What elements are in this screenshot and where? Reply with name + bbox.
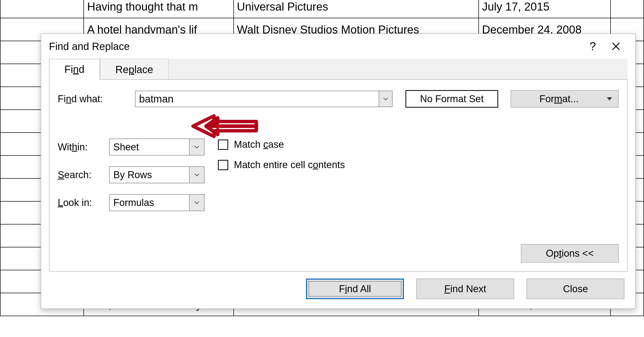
cell[interactable] (611, 0, 644, 18)
format-preview: No Format Set (405, 90, 498, 108)
close-button[interactable]: Close (527, 279, 624, 299)
dialog-footer: Find All Find Next Close (41, 272, 635, 308)
tab-find[interactable]: Find (49, 59, 100, 80)
match-entire-checkbox[interactable]: Match entire cell contents (218, 159, 345, 170)
find-next-button[interactable]: Find Next (416, 279, 514, 299)
within-select[interactable]: Sheet (109, 139, 205, 155)
cell[interactable]: Having thought that m (84, 0, 233, 18)
lookin-select[interactable]: Formulas (109, 194, 205, 211)
search-options: Within: Sheet Search: By Rows (58, 139, 619, 211)
help-icon[interactable]: ? (581, 35, 604, 58)
cell[interactable] (0, 0, 84, 18)
options-left: Within: Sheet Search: By Rows (58, 139, 205, 211)
dialog-titlebar: Find and Replace ? (41, 34, 635, 59)
search-label: Search: (58, 169, 109, 180)
find-what-row: Find what: No Format Set Format... (58, 90, 619, 108)
chevron-down-icon (189, 167, 204, 183)
within-label: Within: (58, 142, 109, 153)
cell[interactable]: Universal Pictures (234, 0, 479, 18)
close-icon[interactable] (604, 35, 628, 58)
table-row: Having thought that mUniversal PicturesJ… (0, 0, 644, 18)
within-value: Sheet (110, 142, 189, 153)
format-button[interactable]: Format... (511, 90, 619, 108)
options-toggle-button[interactable]: Options << (521, 244, 619, 263)
lookin-value: Formulas (110, 197, 189, 208)
match-case-checkbox[interactable]: Match case (218, 139, 345, 150)
tab-replace[interactable]: Replace (100, 59, 169, 80)
tab-panel-find: Find what: No Format Set Format... (49, 79, 628, 272)
checkbox-icon (218, 140, 228, 150)
dialog-body: Find Replace Find what: No Format Set (49, 59, 628, 272)
checkbox-icon (218, 160, 228, 170)
within-row: Within: Sheet (58, 139, 205, 155)
options-checks: Match case Match entire cell contents (218, 139, 345, 211)
find-all-button[interactable]: Find All (306, 279, 404, 299)
find-replace-dialog: Find and Replace ? Find Replace Find wha… (41, 33, 636, 309)
search-select[interactable]: By Rows (109, 166, 205, 183)
find-what-dropdown[interactable] (379, 91, 392, 107)
tab-strip: Find Replace (49, 59, 169, 80)
lookin-label: Look in: (58, 197, 109, 208)
cell[interactable]: July 17, 2015 (479, 0, 610, 18)
search-row: Search: By Rows (58, 166, 205, 183)
find-what-combo (135, 91, 393, 107)
search-value: By Rows (110, 169, 189, 180)
find-what-input[interactable] (135, 93, 379, 105)
chevron-down-icon (189, 195, 204, 211)
chevron-down-icon (607, 97, 612, 100)
dialog-title: Find and Replace (49, 41, 581, 52)
chevron-down-icon (189, 139, 204, 155)
lookin-row: Look in: Formulas (58, 194, 205, 211)
find-what-label: Find what: (58, 93, 135, 105)
